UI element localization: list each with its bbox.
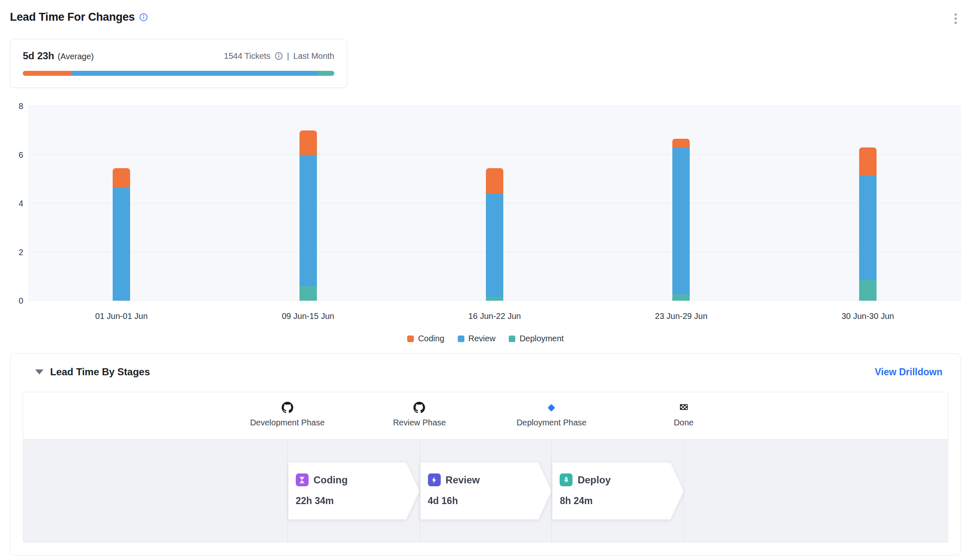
x-axis-label: 09 Jun-15 Jun — [282, 311, 334, 321]
column-divider — [684, 439, 684, 542]
bar-segment-coding[interactable] — [859, 147, 877, 176]
legend-label: Deployment — [519, 334, 564, 343]
github-icon — [414, 401, 425, 414]
average-summary-card: 5d 23h (Average) 1544 Tickets | Last Mon… — [10, 39, 347, 88]
phase-deployment-phase: Deployment Phase — [517, 401, 587, 427]
summary-progress-bar — [23, 71, 334, 76]
stage-card-review[interactable]: Review4d 16h — [420, 463, 552, 519]
legend-item-review[interactable]: Review — [458, 334, 496, 343]
stages-panel-title: Lead Time By Stages — [50, 366, 150, 378]
phase-label: Deployment Phase — [517, 418, 587, 427]
chart-legend: CodingReviewDeployment — [10, 334, 961, 343]
y-tick-label: 6 — [19, 151, 23, 159]
stage-name: Coding — [314, 474, 348, 486]
phase-done: Done — [674, 401, 693, 427]
legend-item-coding[interactable]: Coding — [407, 334, 444, 343]
progress-segment-coding — [23, 71, 71, 76]
y-tick-label: 0 — [19, 297, 23, 305]
bar-segment-review[interactable] — [859, 175, 877, 280]
y-tick-label: 2 — [19, 248, 23, 256]
progress-segment-deployment — [318, 71, 334, 76]
phase-review-phase: Review Phase — [393, 401, 446, 427]
bar-segment-coding[interactable] — [672, 139, 690, 147]
phase-label: Done — [674, 418, 693, 427]
phase-development-phase: Development Phase — [250, 401, 325, 427]
chart-bar[interactable] — [672, 106, 690, 301]
period-label: Last Month — [293, 51, 334, 61]
legend-swatch-icon — [407, 336, 414, 342]
lead-time-chart: 02468 01 Jun-01 Jun09 Jun-15 Jun16 Jun-2… — [10, 106, 961, 343]
x-axis-label: 23 Jun-29 Jun — [655, 311, 708, 321]
legend-label: Coding — [418, 334, 444, 343]
tickets-count: 1544 Tickets — [224, 51, 271, 61]
y-tick-label: 4 — [19, 199, 23, 208]
column-divider — [287, 439, 288, 542]
widget-header: Lead Time For Changes — [10, 11, 961, 28]
stage-duration: 22h 34m — [296, 495, 420, 507]
bar-segment-review[interactable] — [672, 147, 690, 294]
legend-swatch-icon — [458, 336, 464, 342]
x-axis-label: 01 Jun-01 Jun — [95, 311, 148, 321]
progress-segment-review — [71, 71, 318, 76]
phase-label: Review Phase — [393, 418, 446, 427]
info-icon[interactable] — [139, 13, 148, 22]
lead-time-widget: Lead Time For Changes 5d 23h (Average) — [0, 0, 971, 560]
column-divider — [551, 439, 552, 542]
average-value: 5d 23h — [23, 50, 54, 62]
chart-bar[interactable] — [113, 106, 130, 301]
bar-segment-deployment[interactable] — [486, 297, 503, 301]
bolt-icon — [428, 473, 441, 486]
rocket-icon — [560, 473, 572, 486]
chart-bar[interactable] — [486, 106, 503, 301]
caret-down-icon[interactable] — [35, 369, 43, 374]
legend-label: Review — [469, 334, 496, 343]
diamond-icon — [546, 401, 557, 414]
stage-card-deploy[interactable]: Deploy8h 24m — [552, 463, 684, 519]
bar-segment-deployment[interactable] — [859, 280, 877, 301]
github-icon — [282, 401, 293, 414]
bar-segment-coding[interactable] — [486, 168, 503, 194]
stage-duration: 4d 16h — [428, 495, 552, 507]
chart-y-axis: 02468 — [10, 106, 28, 301]
page-title: Lead Time For Changes — [10, 11, 135, 24]
x-axis-label: 16 Jun-22 Jun — [469, 311, 521, 321]
bar-segment-review[interactable] — [300, 155, 317, 286]
stages-table: Development PhaseReview PhaseDeployment … — [23, 392, 948, 543]
bar-segment-coding[interactable] — [113, 168, 130, 188]
bar-segment-review[interactable] — [486, 194, 503, 297]
hourglass-icon — [296, 473, 309, 486]
stage-duration: 8h 24m — [560, 495, 684, 507]
chart-plot-area — [28, 106, 961, 301]
separator: | — [287, 51, 289, 61]
stage-name: Review — [446, 474, 480, 486]
column-divider — [420, 439, 420, 542]
legend-item-deployment[interactable]: Deployment — [509, 334, 564, 343]
phase-label: Development Phase — [250, 418, 325, 427]
chart-x-labels: 01 Jun-01 Jun09 Jun-15 Jun16 Jun-22 Jun2… — [28, 311, 961, 323]
chart-bar[interactable] — [859, 106, 877, 301]
kebab-menu-icon[interactable] — [950, 11, 961, 28]
lead-time-by-stages-panel: Lead Time By Stages View Drilldown Devel… — [10, 353, 961, 555]
phase-header-row: Development PhaseReview PhaseDeployment … — [23, 392, 948, 439]
legend-swatch-icon — [509, 336, 515, 342]
info-icon[interactable] — [275, 52, 283, 60]
stage-name: Deploy — [577, 474, 611, 486]
x-axis-label: 30 Jun-30 Jun — [841, 311, 894, 321]
stages-body: Coding22h 34mReview4d 16hDeploy8h 24m — [23, 439, 948, 542]
bar-segment-coding[interactable] — [300, 130, 317, 155]
bar-segment-deployment[interactable] — [300, 286, 317, 301]
bar-segment-deployment[interactable] — [672, 294, 690, 301]
chart-bar[interactable] — [300, 106, 317, 301]
view-drilldown-link[interactable]: View Drilldown — [875, 367, 942, 378]
checkered-flag-icon — [678, 401, 689, 414]
y-tick-label: 8 — [19, 102, 23, 110]
stage-card-coding[interactable]: Coding22h 34m — [288, 463, 420, 519]
average-suffix: (Average) — [58, 52, 94, 61]
bar-segment-review[interactable] — [113, 188, 130, 301]
